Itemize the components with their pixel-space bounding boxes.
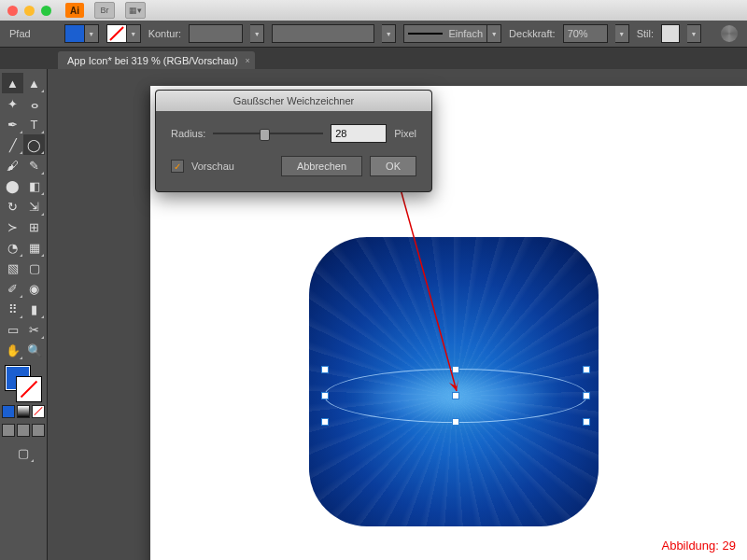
gradient-mode-button[interactable] [17,405,30,418]
blob-brush-tool[interactable]: ⬤ [2,175,23,196]
graphic-style-swatch[interactable] [661,24,680,43]
reflect-tool[interactable]: ⇲ [23,196,45,217]
tools-panel: ▲▲ ✦ⴰ ✒T ╱◯ 🖌✎ ⬤◧ ↻⇲ ≻⊞ ◔▦ ▧▢ ✐◉ ⠿▮ ▭✂ ✋… [0,69,48,560]
arrange-documents-button[interactable]: ▦▾ [125,2,146,19]
type-tool[interactable]: T [23,114,45,134]
figure-caption: Abbildung: 29 [661,539,736,553]
radius-slider[interactable] [213,127,323,140]
ok-button[interactable]: OK [370,156,416,176]
brush-dropdown[interactable]: ▼ [382,24,396,43]
options-bar: Pfad ▼ ▼ Kontur: ▼ ▼ Einfach ▼ Deckkraft… [0,21,747,48]
bridge-button[interactable]: Br [94,2,115,19]
blend-tool[interactable]: ◉ [23,278,45,299]
artboard-tool[interactable]: ▭ [2,319,23,340]
dialog-title: Gaußscher Weichzeichner [156,91,431,111]
stroke-label: Kontur: [148,28,181,39]
pen-tool[interactable]: ✒ [2,114,23,134]
selection-type-label: Pfad [9,28,31,39]
eyedropper-tool[interactable]: ✐ [2,278,23,299]
selected-ellipse-path[interactable] [324,369,587,423]
free-transform-tool[interactable]: ⊞ [23,217,45,237]
opacity-dropdown[interactable]: ▼ [615,24,629,43]
pencil-tool[interactable]: ✎ [23,155,45,175]
brush-field[interactable] [272,24,374,43]
tab-title: App Icon* bei 319 % (RGB/Vorschau) [67,55,238,66]
selection-tool[interactable]: ▲ [2,73,23,93]
width-tool[interactable]: ≻ [2,217,23,237]
opacity-label: Deckkraft: [509,28,556,39]
symbol-sprayer-tool[interactable]: ⠿ [2,299,23,319]
stroke-color-swatch[interactable] [106,24,127,43]
radius-input[interactable] [331,124,387,143]
gaussian-blur-dialog: Gaußscher Weichzeichner Radius: Pixel ✓ … [155,90,432,192]
stroke-dropdown[interactable]: ▼ [127,24,141,43]
stroke-box[interactable] [17,377,41,401]
fill-dropdown[interactable]: ▼ [85,24,99,43]
perspective-grid-tool[interactable]: ▦ [23,237,45,258]
lasso-tool[interactable]: ⴰ [23,93,45,114]
column-graph-tool[interactable]: ▮ [23,299,45,319]
paintbrush-tool[interactable]: 🖌 [2,155,23,175]
opacity-field[interactable]: 70% [563,24,608,43]
direct-selection-tool[interactable]: ▲ [23,73,45,93]
stroke-weight-field[interactable] [189,24,243,43]
close-window-button[interactable] [7,6,18,16]
stroke-style-dropdown[interactable]: ▼ [487,24,501,43]
app-logo: Ai [65,3,84,18]
unit-label: Pixel [394,128,416,139]
hand-tool[interactable]: ✋ [2,340,23,360]
recolor-icon[interactable] [721,25,738,42]
zoom-window-button[interactable] [41,6,51,16]
document-tab[interactable]: × App Icon* bei 319 % (RGB/Vorschau) [58,51,255,70]
document-tabbar: × App Icon* bei 319 % (RGB/Vorschau) [0,48,747,71]
draw-behind-button[interactable] [17,424,30,437]
stroke-weight-dropdown[interactable]: ▼ [250,24,264,43]
mesh-tool[interactable]: ▧ [2,258,23,278]
color-mode-button[interactable] [2,405,15,418]
shape-builder-tool[interactable]: ◔ [2,237,23,258]
style-label: Stil: [637,28,654,39]
draw-inside-button[interactable] [32,424,45,437]
draw-normal-button[interactable] [2,424,15,437]
fill-color-swatch[interactable] [64,24,85,43]
none-mode-button[interactable] [32,405,45,418]
line-tool[interactable]: ╱ [2,134,23,155]
preview-label: Vorschau [191,161,234,172]
magic-wand-tool[interactable]: ✦ [2,93,23,114]
preview-checkbox[interactable]: ✓ [171,160,184,173]
window-titlebar: Ai Br ▦▾ [0,0,747,21]
radius-label: Radius: [171,128,205,139]
gradient-tool[interactable]: ▢ [23,258,45,278]
minimize-window-button[interactable] [24,6,35,16]
stroke-style-label: Einfach [448,28,483,39]
eraser-tool[interactable]: ◧ [23,175,45,196]
close-tab-icon[interactable]: × [246,56,250,65]
graphic-style-dropdown[interactable]: ▼ [687,24,701,43]
slice-tool[interactable]: ✂ [23,319,45,340]
stroke-style-field[interactable]: Einfach [403,24,487,43]
cancel-button[interactable]: Abbrechen [281,156,362,176]
screen-mode-button[interactable]: ▢ [13,442,35,463]
rotate-tool[interactable]: ↻ [2,196,23,217]
fill-stroke-picker[interactable] [6,366,41,401]
zoom-tool[interactable]: 🔍 [23,340,45,360]
ellipse-tool[interactable]: ◯ [23,134,45,155]
